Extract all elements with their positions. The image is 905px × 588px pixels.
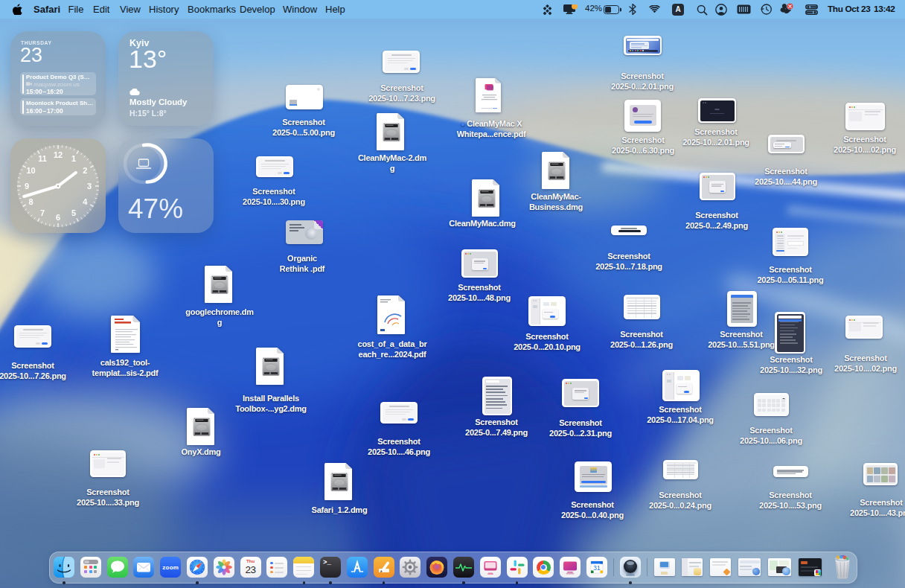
svg-text:2: 2: [83, 166, 87, 175]
svg-text:12: 12: [54, 150, 63, 159]
svg-text:8: 8: [29, 197, 33, 206]
svg-text:11: 11: [38, 154, 47, 163]
svg-text:47%: 47%: [128, 194, 183, 224]
svg-text:7: 7: [40, 208, 45, 217]
svg-text:9: 9: [25, 182, 29, 191]
svg-text:3: 3: [87, 182, 92, 191]
svg-text:10: 10: [26, 166, 35, 175]
svg-text:31: 31: [593, 564, 601, 572]
svg-text:5: 5: [71, 208, 76, 217]
svg-text:6: 6: [56, 213, 60, 222]
svg-text:1: 1: [71, 154, 76, 163]
svg-text:4: 4: [83, 197, 88, 206]
